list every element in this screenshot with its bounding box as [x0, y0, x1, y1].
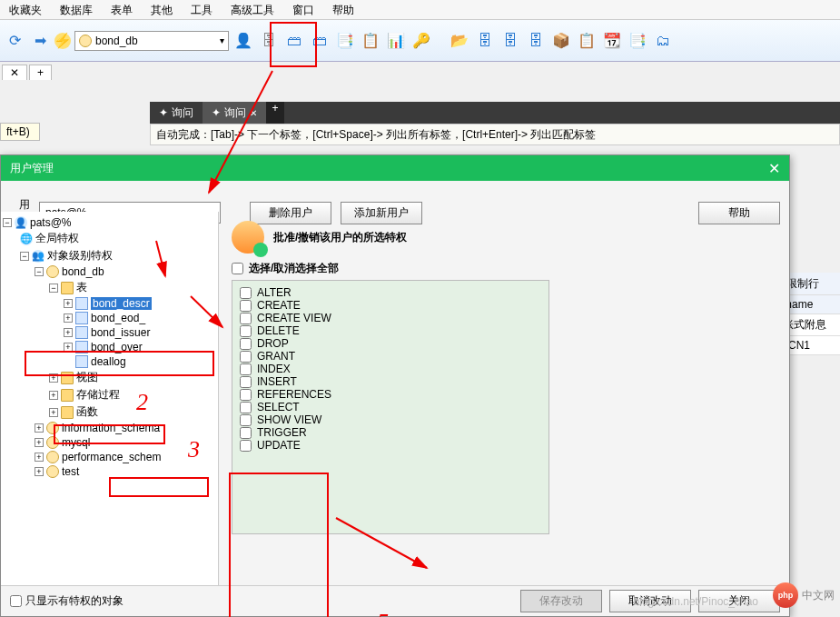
- grant-item[interactable]: REFERENCES: [240, 388, 541, 401]
- tool-icon-15[interactable]: 📑: [627, 30, 648, 52]
- tree-table[interactable]: bond_descr: [91, 297, 152, 310]
- tool-icon-3[interactable]: 🗃: [309, 30, 331, 52]
- tool-icon-6[interactable]: 📊: [385, 30, 407, 52]
- tree-global-priv[interactable]: 全局特权: [35, 231, 79, 246]
- grant-item[interactable]: CREATE: [240, 299, 541, 312]
- query-tab-2[interactable]: ✦询问✕: [203, 102, 266, 124]
- expander-icon[interactable]: +: [35, 467, 44, 476]
- watermark-text: 中文网: [802, 588, 835, 603]
- close-icon[interactable]: ✕: [768, 160, 780, 177]
- tree-procs[interactable]: 存储过程: [76, 387, 120, 403]
- table-icon: [75, 312, 88, 324]
- menu-help[interactable]: 帮助: [323, 0, 363, 19]
- close-icon[interactable]: ✕: [250, 108, 257, 118]
- grant-item[interactable]: DELETE: [240, 324, 541, 337]
- sub-tab-close[interactable]: ✕: [2, 65, 27, 80]
- query-tab-add[interactable]: +: [266, 102, 284, 124]
- db-icon: [79, 35, 92, 47]
- grant-item[interactable]: CREATE VIEW: [240, 312, 541, 324]
- tree-schema[interactable]: performance_schem: [62, 451, 161, 463]
- tree-tables[interactable]: 表: [76, 280, 87, 295]
- tree-schema[interactable]: test: [62, 465, 79, 478]
- db-select[interactable]: bond_db: [74, 31, 229, 51]
- menu-tools[interactable]: 工具: [182, 0, 222, 19]
- tool-icon-7[interactable]: 🔑: [410, 30, 432, 52]
- expander-icon[interactable]: −: [20, 252, 29, 261]
- tree-root[interactable]: pats@%: [30, 216, 72, 229]
- grant-item[interactable]: SELECT: [240, 401, 541, 413]
- expander-icon[interactable]: +: [49, 373, 58, 383]
- object-tree[interactable]: −👤pats@% 🌐全局特权 −👥对象级别特权 −bond_db −表 +bon…: [1, 212, 219, 585]
- tree-object-priv[interactable]: 对象级别特权: [47, 248, 113, 264]
- grant-item[interactable]: UPDATE: [240, 439, 541, 452]
- tool-icon-4[interactable]: 📑: [334, 30, 356, 52]
- grant-item[interactable]: SHOW VIEW: [240, 413, 541, 426]
- tool-icon-11[interactable]: 🗄: [525, 30, 547, 52]
- menu-database[interactable]: 数据库: [51, 0, 102, 19]
- next-icon[interactable]: ➡: [29, 30, 51, 52]
- expander-icon[interactable]: +: [49, 408, 58, 417]
- php-watermark: php 中文网: [773, 582, 835, 608]
- folder-icon: [61, 406, 74, 419]
- tree-table[interactable]: deallog: [91, 355, 126, 368]
- expander-icon[interactable]: −: [49, 284, 58, 293]
- tree-table[interactable]: bond_issuer: [91, 326, 150, 339]
- db-icon: [46, 465, 59, 478]
- grant-item[interactable]: ALTER: [240, 286, 541, 299]
- only-priv-checkbox[interactable]: 只显示有特权的对象: [10, 593, 124, 609]
- menu-other[interactable]: 其他: [142, 0, 182, 19]
- db-icon: [46, 422, 59, 434]
- expander-icon[interactable]: +: [35, 453, 44, 462]
- user-mgmt-dialog: 用户管理 ✕ 用户 pats@% 删除用户 添加新用户 帮助 −👤pats@% …: [0, 154, 790, 617]
- tree-schema[interactable]: information_schema: [62, 422, 160, 434]
- grant-item[interactable]: INSERT: [240, 375, 541, 388]
- menu-form[interactable]: 表单: [102, 0, 142, 19]
- grant-item[interactable]: TRIGGER: [240, 426, 541, 439]
- tool-icon-5[interactable]: 📋: [360, 30, 381, 52]
- select-all[interactable]: 选择/取消选择全部: [232, 261, 776, 276]
- user-mgmt-icon[interactable]: 👤: [232, 30, 254, 52]
- tool-icon-10[interactable]: 🗄: [499, 30, 521, 52]
- expander-icon[interactable]: +: [35, 423, 44, 433]
- tool-icon-14[interactable]: 📆: [601, 30, 623, 52]
- tool-icon-12[interactable]: 📦: [550, 30, 572, 52]
- query-tab-bar: ✦询问 ✦询问✕ +: [150, 102, 840, 124]
- globe-icon: 🌐: [20, 233, 33, 245]
- grant-item[interactable]: GRANT: [240, 350, 541, 363]
- folder-icon: [61, 389, 74, 402]
- tree-schema[interactable]: mysql: [62, 436, 90, 449]
- tool-icon-2[interactable]: 🗃: [283, 30, 305, 52]
- tool-icon-8[interactable]: 📂: [449, 30, 470, 52]
- grant-item[interactable]: DROP: [240, 337, 541, 350]
- tree-views[interactable]: 视图: [76, 370, 98, 385]
- grant-item[interactable]: INDEX: [240, 363, 541, 375]
- dialog-title: 用户管理: [10, 161, 54, 176]
- new-conn-icon[interactable]: ⚡: [54, 33, 71, 49]
- expander-icon[interactable]: +: [64, 343, 73, 352]
- tree-table[interactable]: bond_over: [91, 341, 143, 353]
- tool-icon-1[interactable]: 🗄: [258, 30, 280, 52]
- refresh-icon[interactable]: ⟳: [4, 30, 25, 52]
- query-tab-1[interactable]: ✦询问: [150, 102, 203, 124]
- tree-funcs[interactable]: 函数: [76, 404, 98, 420]
- expander-icon[interactable]: +: [35, 438, 44, 447]
- expander-icon[interactable]: +: [64, 328, 73, 337]
- sub-tab-add[interactable]: +: [29, 65, 52, 80]
- db-icon: [46, 436, 59, 449]
- expander-icon[interactable]: −: [3, 218, 12, 227]
- tool-icon-9[interactable]: 🗄: [474, 30, 496, 52]
- expander-icon[interactable]: +: [64, 299, 73, 308]
- tool-icon-13[interactable]: 📋: [576, 30, 598, 52]
- tool-icon-16[interactable]: 🗂: [652, 30, 674, 52]
- tree-db[interactable]: bond_db: [62, 265, 104, 278]
- menu-advtools[interactable]: 高级工具: [222, 0, 283, 19]
- save-button[interactable]: 保存改动: [520, 590, 602, 612]
- user-icon: 👤: [15, 216, 27, 229]
- menu-favorites[interactable]: 收藏夹: [0, 0, 51, 19]
- expander-icon[interactable]: −: [35, 267, 44, 276]
- tree-table[interactable]: bond_eod_: [91, 312, 145, 324]
- db-icon: [46, 265, 59, 278]
- expander-icon[interactable]: +: [49, 391, 58, 400]
- expander-icon[interactable]: +: [64, 313, 73, 323]
- menu-window[interactable]: 窗口: [283, 0, 323, 19]
